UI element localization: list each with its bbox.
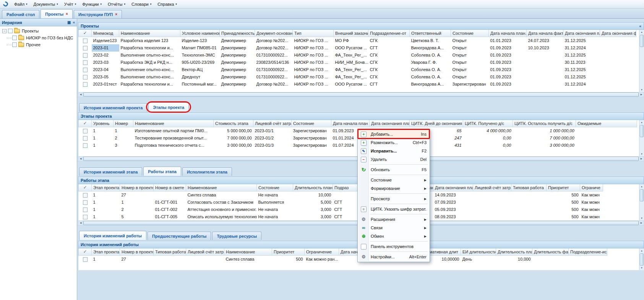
- work-detail-tab-3[interactable]: Трудовые ресурсы: [212, 232, 261, 240]
- stages-column-header-11[interactable]: ЦИТК. Осталось получить д/с: [513, 120, 576, 127]
- menubar-item-4[interactable]: Функции▾: [79, 0, 105, 8]
- works-column-header-1[interactable]: Этап проекта: [92, 184, 120, 191]
- scroll-down-icon[interactable]: ▼: [639, 152, 644, 156]
- context-menu-item-19[interactable]: Панель инструментов: [358, 242, 429, 251]
- stages-column-header-4[interactable]: Стоимость этапа: [214, 120, 253, 127]
- tree-item-2[interactable]: НИОКР по ГОЗ без НДС: [1, 34, 76, 41]
- row-checkbox[interactable]: [83, 75, 88, 79]
- row-checkbox[interactable]: [83, 129, 88, 133]
- projects-column-header-1[interactable]: Мнемокод: [92, 30, 119, 37]
- projects-row-4[interactable]: 2023-03Разработка ЭКД и РКД н...905-U020…: [79, 59, 636, 66]
- works-column-header-13[interactable]: Ограниче: [580, 184, 603, 191]
- history-check-column-header[interactable]: ✓: [79, 248, 92, 255]
- collapse-sidebar-icon[interactable]: «: [73, 20, 75, 24]
- works-column-header-6[interactable]: Длительность план▼: [293, 184, 333, 191]
- scroll-left-icon[interactable]: ◀: [78, 221, 83, 225]
- works-column-header-3[interactable]: Номер в смете: [154, 184, 186, 191]
- panel-collapse-icon[interactable]: «: [639, 24, 641, 28]
- context-menu-item-2[interactable]: +Размножить...Ctrl+F3: [358, 138, 429, 147]
- scroll-left-icon[interactable]: ◀: [78, 157, 83, 161]
- stages-column-header-12[interactable]: Ожидаемые: [576, 120, 637, 127]
- history-column-header-13[interactable]: Подразделение-ис: [569, 248, 607, 255]
- projects-row-3[interactable]: 2023-02Выполнение опытно-конс...Технолог…: [79, 52, 636, 59]
- stage-detail-tab-2[interactable]: Работы этапа: [143, 167, 181, 176]
- context-menu-item-4[interactable]: −УдалитьDel: [358, 155, 429, 164]
- projects-row-5[interactable]: 2023-04Выполнение опытно-конс...Вектор-А…: [79, 66, 636, 73]
- projects-column-header-6[interactable]: Тип: [293, 30, 334, 37]
- stages-column-header-8[interactable]: Дата окончания план: [370, 120, 410, 127]
- projects-row-2[interactable]: 2023-01Разработка технологии и...Магнит …: [79, 44, 636, 52]
- history-column-header-2[interactable]: Номер в проекте: [120, 248, 154, 255]
- row-checkbox[interactable]: [83, 193, 88, 198]
- works-check-column-header[interactable]: ✓: [79, 184, 92, 191]
- row-checkbox[interactable]: [83, 68, 88, 72]
- tab-close-icon[interactable]: ×: [66, 12, 68, 16]
- works-column-header-10[interactable]: Лицевой счёт затр: [473, 184, 511, 191]
- scroll-right-icon[interactable]: ▶: [639, 221, 644, 225]
- works-row-1[interactable]: 127Синтез сплаваНе начата10,00014.09.202…: [79, 191, 603, 199]
- stages-vertical-scrollbar[interactable]: ▲ ▼: [639, 120, 644, 156]
- works-row-4[interactable]: 1501-СГТ-005Описать используемую техноло…: [79, 213, 603, 221]
- works-row-3[interactable]: 1201-СГТ-002Аттестация основного и приме…: [79, 206, 603, 213]
- row-checkbox[interactable]: [83, 208, 88, 212]
- tab-3[interactable]: Инструкции ПУП×: [74, 10, 122, 18]
- works-column-header-9[interactable]: Дата окончания план: [433, 184, 473, 191]
- stages-column-header-5[interactable]: Лицевой счёт затрат: [253, 120, 292, 127]
- stages-check-column-header[interactable]: ✓: [79, 120, 92, 127]
- context-menu-item-16[interactable]: ∞Связи▶: [358, 224, 429, 232]
- history-vertical-scrollbar[interactable]: ▲ ▼: [639, 248, 644, 270]
- scroll-down-icon[interactable]: ▼: [639, 266, 644, 270]
- context-menu-item-1[interactable]: +Добавить...Ins: [358, 130, 429, 138]
- context-menu-item-11[interactable]: Просмотр▶: [358, 195, 429, 203]
- tree-checkbox[interactable]: [12, 42, 17, 47]
- tree-item-3[interactable]: Прочее: [1, 41, 76, 48]
- row-checkbox[interactable]: [83, 200, 88, 205]
- history-row-1[interactable]: 127Синтез сплава500Как можно ран...10,00…: [79, 255, 607, 263]
- projects-vertical-scrollbar[interactable]: ▲ ▼: [639, 30, 644, 92]
- projects-column-header-2[interactable]: Наименование: [119, 30, 180, 37]
- works-column-header-2[interactable]: Номер в проекте: [120, 184, 154, 191]
- history-column-header-4[interactable]: Лицевой счёт затр: [186, 248, 224, 255]
- scroll-up-icon[interactable]: ▲: [639, 184, 644, 189]
- menubar-item-6[interactable]: Словари▾: [128, 0, 154, 8]
- tab-1[interactable]: Рабочий стол: [2, 10, 39, 18]
- projects-column-header-14[interactable]: Дата окончания ф: [600, 30, 636, 37]
- stages-column-header-9[interactable]: ЦИТК. Дней до окончания: [410, 120, 463, 127]
- scroll-right-icon[interactable]: ▶: [639, 92, 644, 97]
- projects-column-header-3[interactable]: Условное наименова: [180, 30, 220, 37]
- row-checkbox[interactable]: [83, 257, 88, 262]
- history-column-header-3[interactable]: Типовая работа: [154, 248, 186, 255]
- context-menu-item-8[interactable]: Состояние▶: [358, 176, 429, 184]
- row-checkbox[interactable]: [83, 53, 88, 58]
- row-checkbox[interactable]: [83, 39, 88, 43]
- row-checkbox[interactable]: [83, 46, 88, 50]
- history-column-header-12[interactable]: Длительность фак: [532, 248, 569, 255]
- menubar-item-1[interactable]: Файл▾: [11, 0, 31, 8]
- projects-column-header-9[interactable]: Ответственный: [410, 30, 451, 37]
- stage-detail-tab-3[interactable]: Исполнители этапа: [182, 167, 232, 176]
- history-column-header-10[interactable]: ЕИ длительности: [461, 248, 496, 255]
- works-column-header-11[interactable]: Типовая работа: [511, 184, 547, 191]
- projects-column-header-5[interactable]: Документ-основан: [255, 30, 293, 37]
- scroll-thumb[interactable]: [640, 125, 644, 137]
- tree-checkbox[interactable]: [8, 29, 13, 33]
- row-checkbox[interactable]: [83, 215, 88, 219]
- row-checkbox[interactable]: [83, 143, 88, 148]
- context-menu-item-6[interactable]: ↻ОбновитьF5: [358, 165, 429, 174]
- projects-column-header-7[interactable]: Внешний заказчик: [334, 30, 368, 37]
- row-checkbox[interactable]: [83, 82, 88, 87]
- projects-column-header-12[interactable]: Дата начала факт: [527, 30, 563, 37]
- history-column-header-7[interactable]: Ограничение: [305, 248, 339, 255]
- projects-check-column-header[interactable]: ✓: [79, 30, 92, 37]
- projects-column-header-11[interactable]: Дата начала план.: [489, 30, 527, 37]
- stages-column-header-6[interactable]: Состояние: [292, 120, 331, 127]
- stages-column-header-7[interactable]: Дата начала план: [331, 120, 370, 127]
- scroll-right-icon[interactable]: ▶: [639, 157, 644, 161]
- scroll-down-icon[interactable]: ▼: [639, 88, 644, 92]
- projects-column-header-8[interactable]: Подразделение-от: [368, 30, 410, 37]
- scroll-up-icon[interactable]: ▲: [639, 248, 644, 253]
- projects-horizontal-scrollbar[interactable]: ◀ ▶: [78, 92, 644, 97]
- work-detail-tab-2[interactable]: Предшествующие работы: [148, 232, 211, 240]
- context-menu-item-9[interactable]: Формирование▶: [358, 184, 429, 193]
- tab-2[interactable]: Проекты×: [41, 9, 73, 18]
